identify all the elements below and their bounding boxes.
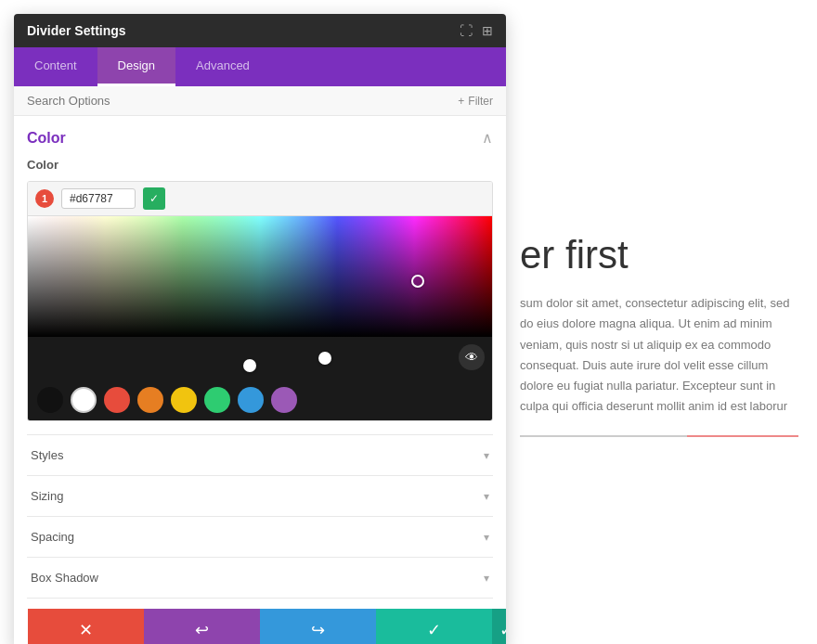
save-button[interactable]: ✓ bbox=[376, 609, 492, 644]
bottom-toolbar: ✕ ↩ ↪ ✓ ✓ bbox=[28, 609, 506, 644]
styles-section: Styles ▾ bbox=[27, 434, 493, 475]
cancel-button[interactable]: ✕ bbox=[28, 609, 144, 644]
spacing-chevron: ▾ bbox=[484, 531, 489, 544]
page-content: er first sum dolor sit amet, consectetur… bbox=[501, 213, 817, 456]
undo-icon: ↩ bbox=[195, 620, 209, 640]
sizing-header[interactable]: Sizing ▾ bbox=[27, 489, 493, 503]
color-number-badge: 1 bbox=[35, 189, 54, 208]
color-picker: 1 ✓ 👁 bbox=[27, 181, 493, 421]
color-section-title: Color bbox=[27, 130, 66, 147]
panel-header-icons: ⛶ ⊞ bbox=[460, 23, 493, 38]
panel-header: Divider Settings ⛶ ⊞ bbox=[14, 14, 506, 47]
styles-header[interactable]: Styles ▾ bbox=[27, 448, 493, 462]
opacity-thumb bbox=[243, 359, 256, 372]
swatch-purple[interactable] bbox=[271, 387, 297, 413]
hex-input[interactable] bbox=[61, 188, 136, 209]
tab-content[interactable]: Content bbox=[14, 47, 97, 86]
columns-icon[interactable]: ⊞ bbox=[482, 23, 493, 38]
filter-label: Filter bbox=[468, 95, 493, 108]
spacing-section: Spacing ▾ bbox=[27, 516, 493, 557]
box-shadow-section: Box Shadow ▾ bbox=[27, 557, 493, 598]
box-shadow-chevron: ▾ bbox=[484, 572, 489, 585]
search-input[interactable] bbox=[27, 94, 458, 108]
box-shadow-label: Box Shadow bbox=[31, 571, 98, 585]
fullscreen-icon[interactable]: ⛶ bbox=[460, 23, 473, 38]
hex-bar: 1 ✓ bbox=[28, 182, 492, 216]
sliders-area: 👁 bbox=[28, 337, 492, 378]
styles-chevron: ▾ bbox=[484, 449, 489, 462]
eye-button[interactable]: 👁 bbox=[459, 344, 485, 370]
box-shadow-header[interactable]: Box Shadow ▾ bbox=[27, 571, 493, 585]
extra-icon: ✓ bbox=[499, 620, 507, 640]
swatch-white[interactable] bbox=[71, 387, 97, 413]
color-section-header: Color ∧ bbox=[27, 129, 493, 147]
page-text: sum dolor sit amet, consectetur adipisci… bbox=[520, 293, 798, 417]
styles-label: Styles bbox=[31, 448, 63, 462]
sizing-chevron: ▾ bbox=[484, 490, 489, 503]
swatch-orange[interactable] bbox=[137, 387, 163, 413]
filter-button[interactable]: + Filter bbox=[458, 95, 493, 108]
page-title: er first bbox=[520, 232, 798, 278]
spacing-label: Spacing bbox=[31, 530, 74, 544]
swatch-red[interactable] bbox=[104, 387, 130, 413]
cancel-icon: ✕ bbox=[79, 620, 93, 640]
redo-icon: ↪ bbox=[311, 620, 325, 640]
sizing-label: Sizing bbox=[31, 489, 63, 503]
redo-button[interactable]: ↪ bbox=[260, 609, 376, 644]
search-bar: + Filter bbox=[14, 86, 506, 116]
tab-advanced[interactable]: Advanced bbox=[175, 47, 270, 86]
spacing-header[interactable]: Spacing ▾ bbox=[27, 530, 493, 544]
color-label: Color bbox=[27, 158, 493, 172]
color-section-toggle[interactable]: ∧ bbox=[482, 129, 493, 147]
swatch-black[interactable] bbox=[37, 387, 63, 413]
panel-title: Divider Settings bbox=[27, 23, 126, 38]
panel-body: Color ∧ Color 1 ✓ bbox=[14, 116, 506, 644]
hue-thumb bbox=[318, 352, 331, 365]
undo-button[interactable]: ↩ bbox=[144, 609, 260, 644]
extra-button[interactable]: ✓ bbox=[492, 609, 506, 644]
picker-cursor[interactable] bbox=[411, 275, 424, 288]
sizing-section: Sizing ▾ bbox=[27, 475, 493, 516]
tab-design[interactable]: Design bbox=[97, 47, 175, 86]
save-icon: ✓ bbox=[427, 620, 441, 640]
tabs-container: Content Design Advanced bbox=[14, 47, 506, 86]
settings-panel: Divider Settings ⛶ ⊞ Content Design Adva… bbox=[14, 14, 506, 644]
filter-icon: + bbox=[458, 95, 464, 108]
swatch-yellow[interactable] bbox=[171, 387, 197, 413]
color-gradient-canvas[interactable] bbox=[28, 216, 492, 337]
swatch-blue[interactable] bbox=[238, 387, 264, 413]
swatches-row bbox=[28, 378, 492, 420]
swatch-green[interactable] bbox=[204, 387, 230, 413]
confirm-color-button[interactable]: ✓ bbox=[143, 187, 165, 210]
page-divider bbox=[520, 435, 798, 437]
